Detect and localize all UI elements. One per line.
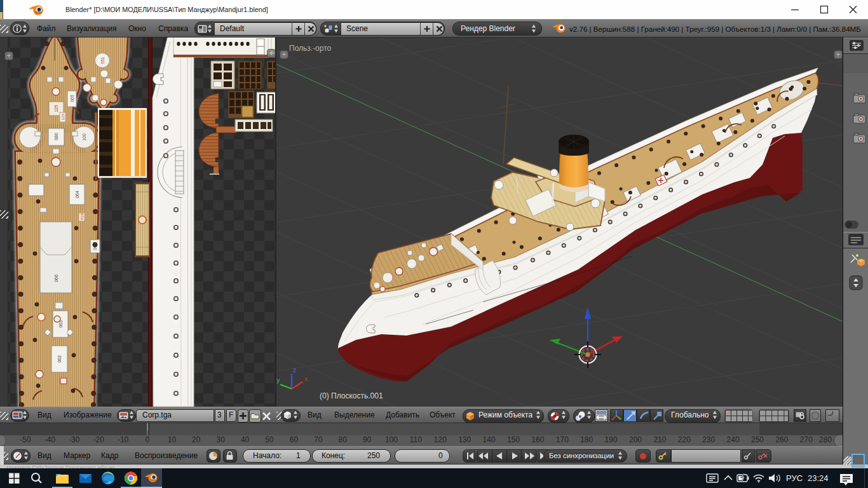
svg-text:100: 100 (82, 133, 86, 141)
svg-text:РУС: РУС (786, 473, 803, 483)
svg-text:064: 064 (75, 191, 79, 198)
svg-text:z: z (293, 366, 297, 374)
svg-text:019: 019 (80, 213, 84, 220)
svg-text:23:24: 23:24 (808, 473, 829, 483)
svg-text:069: 069 (70, 95, 74, 102)
svg-text:125: 125 (54, 105, 58, 112)
svg-text:066: 066 (54, 274, 58, 282)
svg-text:126: 126 (61, 113, 65, 120)
svg-text:051: 051 (100, 57, 105, 64)
svg-text:x: x (304, 375, 308, 383)
svg-text:y: y (276, 376, 280, 384)
svg-text:080: 080 (54, 133, 58, 140)
svg-text:062: 062 (57, 355, 62, 363)
